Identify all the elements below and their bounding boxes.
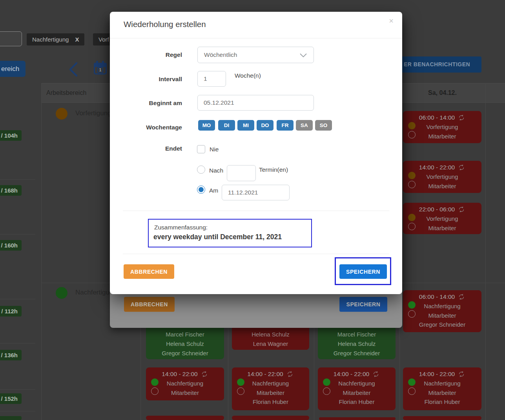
notify-employees-button[interactable]: ER BENACHRICHTIGEN: [392, 56, 481, 73]
start-date-input[interactable]: [197, 95, 314, 111]
on-option-label: Am: [209, 187, 218, 194]
shift-card[interactable]: 14:00 - 22:00 Nachfertigung Mitarbeiter …: [232, 367, 309, 410]
rail-divider: [0, 179, 35, 180]
area-dot-icon: [237, 378, 244, 386]
after-radio[interactable]: [197, 165, 205, 174]
repeat-icon: [458, 205, 465, 213]
shift-card[interactable]: [146, 416, 224, 420]
rail-divider: [0, 234, 35, 235]
area-dot-icon: [323, 378, 330, 386]
chevron-left-icon[interactable]: [67, 62, 78, 77]
shift-card[interactable]: Marcel Fischer Helena Schulz Gregor Schn…: [146, 325, 224, 359]
on-date-radio[interactable]: [197, 185, 205, 194]
start-date-label: Beginnt am: [110, 100, 182, 107]
hours-badge: / 104h: [0, 130, 22, 141]
area-dot-icon: [408, 378, 416, 386]
shift-person: Gregor Schneider: [403, 320, 481, 329]
shift-card[interactable]: 14:00 - 22:00 Nachfertigung Mitarbeiter …: [318, 367, 396, 410]
shift-person: Helena Schulz: [146, 339, 224, 349]
repeat-icon: [458, 114, 465, 122]
vorfertigung-color-dot-icon: [56, 108, 67, 120]
cancel-button[interactable]: ABBRECHEN: [124, 264, 174, 279]
open-slot-icon: [408, 131, 416, 138]
summary-text: every weekday until December 11, 2021: [153, 233, 282, 241]
shift-card[interactable]: 22:00 - 06:00 Vorfertigung Mitarbeiter: [403, 203, 481, 234]
nachfertigung-color-dot-icon: [56, 287, 67, 299]
interval-unit-label: Woche(n): [235, 72, 261, 79]
end-date-input[interactable]: [222, 185, 290, 200]
calendar-day-number: 1: [97, 67, 103, 73]
repeat-icon: [286, 370, 294, 378]
filter-chip-nachfertigung[interactable]: NachfertigungX: [27, 33, 84, 45]
after-count-input[interactable]: [227, 165, 256, 181]
open-slot-icon: [408, 387, 416, 395]
save-button[interactable]: SPEICHERN: [339, 264, 387, 279]
shift-card[interactable]: 06:00 - 14:00 Vorfertigung Mitarbeiter: [403, 111, 481, 143]
open-slot-icon: [408, 223, 416, 230]
shift-card[interactable]: 14:00 - 22:00 Nachfertigung Mitarbeiter …: [403, 367, 481, 410]
area-dot-icon: [408, 122, 416, 129]
cancel-button[interactable]: ABBRECHEN: [124, 297, 175, 312]
close-icon[interactable]: ×: [389, 16, 394, 25]
shift-person: Lena Wagner: [232, 339, 309, 349]
shift-time: 14:00 - 22:00: [318, 369, 396, 379]
repeat-icon: [372, 370, 380, 378]
weekday-toggle-so[interactable]: SO: [315, 120, 332, 131]
filter-chip-vorfertigung[interactable]: Vorf: [93, 33, 112, 45]
divider: [123, 254, 389, 254]
rule-selected-value: Wöchentlich: [204, 51, 237, 58]
grid-line: [485, 83, 486, 420]
shift-time: 14:00 - 22:00: [146, 369, 224, 379]
shift-time: 06:00 - 14:00: [403, 292, 481, 302]
shift-person: Florian Huber: [403, 397, 481, 407]
shift-time: 14:00 - 22:00: [232, 369, 309, 379]
remove-filter-icon[interactable]: X: [75, 36, 79, 43]
shift-card[interactable]: [232, 416, 309, 420]
shift-card[interactable]: 06:00 - 14:00 Nachfertigung Mitarbeiter …: [403, 290, 481, 332]
shift-card[interactable]: 14:00 - 22:00 Vorfertigung Mitarbeiter: [403, 161, 481, 193]
hours-badge: / 160h: [0, 240, 22, 251]
area-dot-icon: [408, 301, 416, 309]
weekday-toggle-di[interactable]: DI: [218, 120, 235, 131]
shift-card[interactable]: [403, 416, 481, 420]
open-slot-icon: [323, 387, 330, 395]
never-checkbox[interactable]: [197, 145, 205, 153]
calendar-day-icon[interactable]: 1: [94, 61, 107, 76]
hours-badge: / 112h: [0, 306, 22, 316]
shift-card[interactable]: Helena Schulz Lena Wagner: [232, 325, 309, 350]
rail-divider: [0, 343, 35, 344]
save-button[interactable]: SPEICHERN: [339, 297, 387, 312]
interval-input[interactable]: [197, 71, 226, 87]
shift-time: 06:00 - 14:00: [403, 113, 481, 122]
shift-card[interactable]: [319, 417, 396, 420]
area-dot-icon: [151, 378, 159, 386]
weekday-toggle-mi[interactable]: MI: [237, 120, 254, 131]
rule-select[interactable]: Wöchentlich: [197, 47, 314, 63]
filter-chip-label: Vorf: [98, 36, 109, 43]
rail-divider: [0, 389, 35, 390]
shift-card[interactable]: 14:00 - 22:00 Nachfertigung Mitarbeiter: [146, 367, 224, 400]
shift-card[interactable]: Marcel Fischer Helena Schulz Gregor Schn…: [318, 325, 396, 359]
weekday-toggle-mo[interactable]: MO: [198, 120, 215, 131]
repeat-icon: [201, 370, 208, 378]
divider: [123, 211, 389, 211]
weekday-toggle-fr[interactable]: FR: [277, 120, 294, 131]
search-input[interactable]: [0, 31, 22, 46]
rail-divider: [0, 411, 35, 411]
shift-time: 14:00 - 22:00: [403, 163, 481, 172]
repeat-icon: [458, 370, 465, 378]
shift-time: 14:00 - 22:00: [403, 369, 481, 379]
ends-label: Endet: [110, 145, 182, 152]
repeat-dialog: Wiederholung erstellen × Regel Wöchentli…: [110, 12, 402, 294]
divider: [110, 38, 402, 38]
dialog-title: Wiederholung erstellen: [124, 20, 206, 29]
weekday-toggle-sa[interactable]: SA: [296, 120, 313, 131]
weekday-toggle-do[interactable]: DO: [257, 120, 273, 131]
open-slot-icon: [408, 310, 416, 318]
summary-label: Zusammenfassung:: [154, 224, 208, 231]
shift-planner-page: NachfertigungX Vorf ereich 1 ER BENACHRI…: [0, 0, 505, 420]
hours-badge: / 136h: [0, 350, 22, 360]
rail-divider: [0, 299, 35, 299]
area-dot-icon: [408, 214, 416, 221]
area-button[interactable]: ereich: [0, 61, 26, 77]
